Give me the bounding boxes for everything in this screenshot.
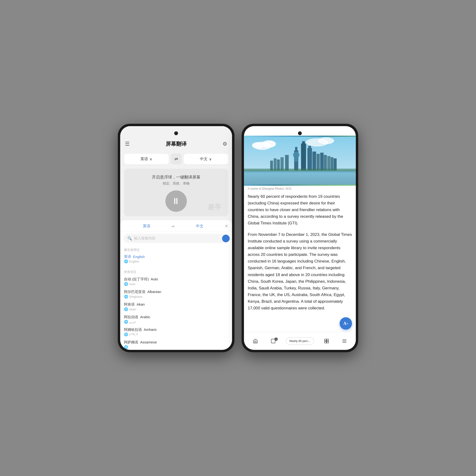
settings-icon[interactable]: ⚙ [222, 141, 227, 147]
hamburger-menu-button[interactable] [339, 337, 350, 346]
search-icon: 🔍 [127, 236, 132, 241]
panel-close-button[interactable]: ✕ [225, 223, 228, 229]
globe-icon-albanian: 🌐 [124, 295, 128, 298]
list-item[interactable]: 阿拉伯语 Arabic 🌐 عربي [120, 313, 232, 325]
recent-apps-count: 2 [274, 338, 278, 341]
globe-icon-amharic: 🌐 [124, 333, 128, 336]
svg-point-6 [318, 137, 334, 144]
pause-icon: ⏸ [171, 196, 181, 206]
lang-cn-auto: 自动 (拉丁字符) [124, 277, 149, 282]
panel-swap-icon[interactable]: ⇌ [169, 224, 177, 228]
recent-apps-button[interactable]: 2 [268, 337, 279, 346]
list-item[interactable]: 阿萨姆语 Assamese 🌐 [120, 338, 232, 350]
menu-icon[interactable]: ☰ [125, 141, 130, 147]
right-screen: A scene of Shanghai Photos: VCG Nearly 6… [244, 126, 356, 350]
home-button[interactable] [250, 337, 261, 346]
svg-rect-27 [244, 169, 356, 171]
svg-rect-12 [302, 141, 305, 144]
svg-rect-28 [244, 171, 356, 173]
lang-en-arabic: Arabic [140, 315, 151, 319]
promo-box: 开启悬浮球，一键翻译屏幕 稳定、高效、准确 ⏸ 趣亭 [124, 169, 228, 216]
search-box[interactable]: 🔍 输入搜索内容 [123, 234, 229, 243]
svg-rect-15 [285, 155, 289, 170]
promo-main-text: 开启悬浮球，一键翻译屏幕 [152, 174, 200, 180]
list-item[interactable]: 阿尔巴尼亚语 Albanian 🌐 Shqiptare [120, 288, 232, 300]
lang-cn-arabic: 阿拉伯语 [124, 315, 138, 319]
app-title: 屏幕翻译 [166, 140, 187, 148]
lang-native-auto: Auto [129, 282, 136, 286]
search-action-dot[interactable] [222, 235, 230, 242]
svg-point-4 [252, 142, 263, 149]
globe-icon-arabic: 🌐 [124, 320, 128, 324]
list-item[interactable]: 阿肯语 Akan 🌐 Akan [120, 300, 232, 313]
swap-languages-button[interactable]: ⇌ [171, 153, 182, 165]
article-caption: A scene of Shanghai Photos: VCG [244, 186, 356, 191]
bottom-navigation: 2 Nearly 60 perc... [244, 332, 356, 350]
svg-rect-31 [326, 339, 328, 341]
lang-cn-akan: 阿肯语 [124, 302, 135, 307]
lang-cn-amharic: 阿姆哈拉语 [124, 327, 142, 332]
svg-rect-33 [326, 341, 328, 343]
svg-rect-11 [301, 143, 306, 170]
panel-target-lang[interactable]: 中文 [177, 224, 222, 229]
svg-rect-16 [280, 157, 284, 171]
app-header: ☰ 屏幕翻译 ⚙ [120, 126, 232, 151]
source-lang-label: 英语 [140, 157, 148, 162]
camera-dot-right [298, 131, 302, 135]
fab-translate-icon: A [343, 321, 346, 326]
article-body: Nearly 60 percent of respondents from 19… [244, 191, 356, 340]
lang-en-assamese: Assamese [140, 340, 157, 345]
svg-rect-21 [317, 154, 320, 170]
article-image [244, 136, 356, 186]
svg-rect-14 [308, 146, 311, 149]
translate-panel: 英语 ⇌ 中文 ✕ 🔍 输入搜索内容 最近使用过 英语 English [120, 220, 232, 350]
camera-dot [174, 131, 178, 135]
lang-native-amharic: አማርኛ [129, 333, 138, 336]
svg-point-9 [293, 152, 299, 158]
svg-rect-25 [331, 157, 333, 171]
translate-fab[interactable]: A ≡ [340, 317, 352, 330]
pause-button[interactable]: ⏸ [165, 190, 187, 212]
translate-lang-row: 英语 ⇌ 中文 ✕ [120, 220, 232, 231]
recent-item-native: English [129, 260, 139, 263]
lang-selector-row: 英语 ∨ ⇌ 中文 ∨ [120, 151, 232, 167]
article-paragraph-2: From November 7 to December 1, 2023, the… [248, 231, 352, 311]
grid-button[interactable] [321, 337, 332, 346]
target-dropdown-icon: ∨ [209, 157, 212, 161]
svg-rect-13 [307, 148, 312, 170]
lang-native-albanian: Shqiptare [129, 295, 142, 298]
target-lang-button[interactable]: 中文 ∨ [184, 154, 228, 165]
pill-button[interactable]: Nearly 60 perc... [286, 337, 314, 345]
article-content-area: A scene of Shanghai Photos: VCG Nearly 6… [244, 186, 356, 350]
globe-icon-assamese: 🌐 [124, 345, 128, 349]
svg-rect-22 [320, 153, 323, 170]
lang-en-akan: Akan [136, 302, 145, 307]
globe-icon-akan: 🌐 [124, 307, 128, 311]
lang-en-auto: Auto [151, 277, 158, 282]
article-paragraph-1: Nearly 60 percent of respondents from 19… [248, 193, 352, 227]
promo-sub-text: 稳定、高效、准确 [163, 181, 189, 186]
right-phone: A scene of Shanghai Photos: VCG Nearly 6… [241, 124, 358, 352]
lang-en-albanian: Albanian [147, 290, 161, 294]
svg-point-10 [294, 157, 298, 162]
svg-rect-24 [327, 156, 330, 170]
list-item[interactable]: 自动 (拉丁字符) Auto 🌐 Auto [120, 275, 232, 288]
recent-english-item[interactable]: 英语 English 🌐 English [120, 253, 232, 265]
recent-item-english: English [133, 255, 145, 259]
target-lang-label: 中文 [200, 157, 207, 162]
svg-rect-8 [295, 147, 298, 151]
lang-native-akan: Akan [129, 307, 136, 311]
lang-en-amharic: Amharic [144, 327, 157, 332]
svg-rect-30 [324, 339, 326, 341]
source-lang-button[interactable]: 英语 ∨ [124, 154, 169, 165]
search-placeholder: 输入搜索内容 [134, 236, 155, 241]
lang-native-arabic: عربي [129, 320, 136, 324]
source-dropdown-icon: ∨ [150, 157, 152, 161]
left-phone: ☰ 屏幕翻译 ⚙ 英语 ∨ ⇌ 中文 ∨ 开启悬浮球，一键翻译屏幕 稳定、高效、 [118, 124, 235, 352]
watermark: 趣亭 [208, 203, 221, 212]
list-item[interactable]: 阿姆哈拉语 Amharic 🌐 አማርኛ [120, 325, 232, 338]
svg-rect-20 [312, 152, 316, 171]
lang-cn-assamese: 阿萨姆语 [124, 340, 138, 345]
panel-source-lang[interactable]: 英语 [124, 224, 169, 229]
lang-cn-albanian: 阿尔巴尼亚语 [124, 290, 145, 294]
